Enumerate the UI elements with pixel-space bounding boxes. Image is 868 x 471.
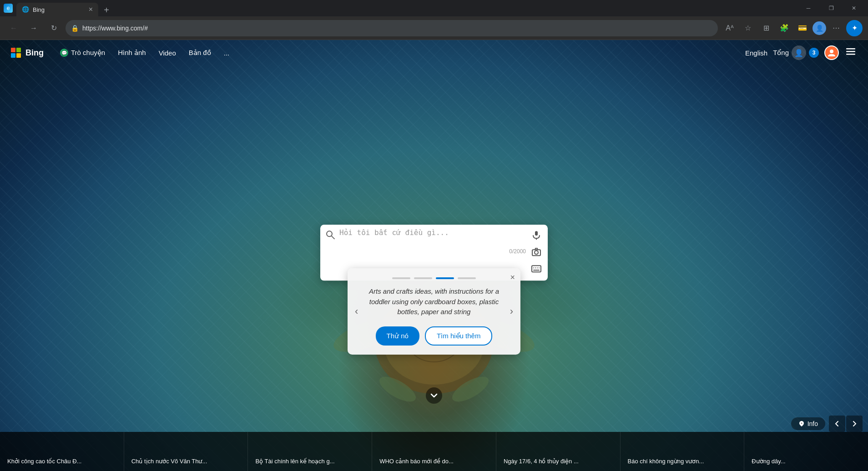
browser-icon: e xyxy=(4,4,13,13)
bing-header: Bing 💬 Trò chuyện Hình ảnh Video Bản đồ … xyxy=(0,40,868,65)
prompt-dots xyxy=(358,277,510,279)
tab-title: Bing xyxy=(33,6,85,13)
read-aloud-button[interactable]: Aᴬ xyxy=(722,20,738,36)
prompt-card-buttons: Thử nó Tìm hiểu thêm xyxy=(358,326,510,346)
news-strip: Khởi công cao tốc Châu Đ... Chủ tịch nướ… xyxy=(0,432,868,471)
score-badge: 3 xyxy=(809,48,819,58)
svg-rect-15 xyxy=(535,231,538,236)
extensions-button[interactable]: 🧩 xyxy=(776,20,792,36)
close-button[interactable]: ✕ xyxy=(843,0,864,16)
try-button[interactable]: Thử nó xyxy=(376,326,419,346)
profile-avatar[interactable]: 👤 xyxy=(812,21,826,35)
search-actions xyxy=(530,229,542,277)
address-input-wrap[interactable]: 🔒 xyxy=(66,20,718,36)
svg-rect-19 xyxy=(532,266,541,272)
page-content: Bing 💬 Trò chuyện Hình ảnh Video Bản đồ … xyxy=(0,40,868,471)
news-text-6: Báo chí không ngừng vươn... xyxy=(628,457,704,466)
rewards-button[interactable]: Tổng 👤 3 xyxy=(773,45,819,60)
microphone-icon xyxy=(531,230,541,240)
minimize-button[interactable]: ─ xyxy=(798,0,819,16)
char-count: 0/2000 xyxy=(339,248,526,255)
prompt-card: × ‹ › Arts and crafts ideas, with instru… xyxy=(348,268,520,355)
news-item-7[interactable]: Đường dây... xyxy=(744,432,868,471)
nav-arrows xyxy=(829,416,863,432)
news-item-1[interactable]: Khởi công cao tốc Châu Đ... xyxy=(0,432,124,471)
tab-strip: 🌐 Bing × + xyxy=(16,0,794,16)
news-text-5: Ngày 17/6, 4 hồ thủy điện ... xyxy=(504,457,579,466)
nav-more[interactable]: ... xyxy=(218,46,235,60)
news-text-7: Đường dây... xyxy=(752,457,785,466)
svg-rect-11 xyxy=(846,51,855,52)
bing-profile-button[interactable] xyxy=(824,45,839,60)
nav-more-label: ... xyxy=(224,49,230,57)
lock-icon: 🔒 xyxy=(71,25,79,32)
tab-close-button[interactable]: × xyxy=(89,5,93,14)
address-input[interactable] xyxy=(82,25,712,32)
chevron-right-icon xyxy=(852,421,857,426)
keyboard-button[interactable] xyxy=(530,263,542,277)
bottom-bar: Info xyxy=(791,416,863,432)
voice-search-button[interactable] xyxy=(530,229,542,243)
refresh-button[interactable]: ↻ xyxy=(45,20,62,36)
learn-more-button[interactable]: Tìm hiểu thêm xyxy=(425,326,493,346)
next-background-button[interactable] xyxy=(846,416,863,432)
menu-icon xyxy=(846,47,855,56)
collections-button[interactable]: ⊞ xyxy=(758,20,774,36)
news-item-4[interactable]: WHO cảnh báo mới đề do... xyxy=(372,432,496,471)
browser-wallet-button[interactable]: 💳 xyxy=(794,20,811,36)
bing-header-right: English Tổng 👤 3 xyxy=(745,45,857,60)
scroll-down-button[interactable] xyxy=(426,387,442,404)
search-input[interactable] xyxy=(339,228,526,246)
info-button[interactable]: Info xyxy=(791,417,825,430)
user-icon: 👤 xyxy=(792,45,806,60)
prompt-dot-1 xyxy=(392,277,410,279)
news-item-5[interactable]: Ngày 17/6, 4 hồ thủy điện ... xyxy=(496,432,621,471)
rewards-label: Tổng xyxy=(773,49,789,57)
chevron-down-icon xyxy=(430,392,438,399)
restore-button[interactable]: ❐ xyxy=(821,0,842,16)
svg-point-25 xyxy=(801,423,802,424)
bing-logo[interactable]: Bing xyxy=(11,48,44,58)
nav-maps[interactable]: Bản đồ xyxy=(183,46,217,60)
svg-point-13 xyxy=(327,231,332,236)
nav-video[interactable]: Video xyxy=(153,46,182,60)
chat-icon: 💬 xyxy=(60,49,68,57)
news-text-2: Chủ tịch nước Võ Văn Thư... xyxy=(131,457,207,466)
news-item-6[interactable]: Báo chí không ngừng vươn... xyxy=(621,432,745,471)
svg-point-9 xyxy=(830,50,833,53)
camera-icon xyxy=(531,247,541,257)
prompt-next-button[interactable]: › xyxy=(506,304,517,319)
profile-icon xyxy=(828,49,836,57)
info-label: Info xyxy=(807,420,818,427)
title-bar: e 🌐 Bing × + ─ ❐ ✕ xyxy=(0,0,868,16)
new-tab-button[interactable]: + xyxy=(100,4,113,16)
window-controls: ─ ❐ ✕ xyxy=(798,0,864,16)
svg-line-14 xyxy=(332,236,334,239)
forward-button[interactable]: → xyxy=(25,20,42,36)
prev-background-button[interactable] xyxy=(829,416,845,432)
back-button[interactable]: ← xyxy=(5,20,22,36)
nav-chat-label: Trò chuyện xyxy=(71,49,105,57)
copilot-button[interactable]: ✦ xyxy=(846,20,863,36)
language-selector[interactable]: English xyxy=(745,49,767,57)
bing-nav: 💬 Trò chuyện Hình ảnh Video Bản đồ ... xyxy=(55,46,745,60)
active-tab[interactable]: 🌐 Bing × xyxy=(16,3,98,16)
toolbar-actions: Aᴬ ☆ ⊞ 🧩 💳 👤 ⋯ ✦ xyxy=(722,20,863,36)
nav-chat[interactable]: 💬 Trò chuyện xyxy=(55,46,111,60)
favorites-button[interactable]: ☆ xyxy=(740,20,756,36)
svg-rect-10 xyxy=(846,48,855,50)
prompt-prev-button[interactable]: ‹ xyxy=(351,304,362,319)
prompt-dot-4 xyxy=(458,277,476,279)
news-item-2[interactable]: Chủ tịch nước Võ Văn Thư... xyxy=(124,432,248,471)
tab-favicon: 🌐 xyxy=(22,6,29,13)
nav-images[interactable]: Hình ảnh xyxy=(112,46,151,60)
news-item-3[interactable]: Bộ Tài chính lên kế hoạch g... xyxy=(248,432,372,471)
browser-frame: e 🌐 Bing × + ─ ❐ ✕ ← → ↻ 🔒 Aᴬ ☆ ⊞ 🧩 xyxy=(0,0,868,471)
visual-search-button[interactable] xyxy=(530,246,542,260)
address-bar: ← → ↻ 🔒 Aᴬ ☆ ⊞ 🧩 💳 👤 ⋯ ✦ xyxy=(0,16,868,40)
news-text-1: Khởi công cao tốc Châu Đ... xyxy=(7,457,81,466)
prompt-card-close-button[interactable]: × xyxy=(510,273,515,282)
hamburger-menu-button[interactable] xyxy=(844,45,857,60)
browser-more-button[interactable]: ⋯ xyxy=(828,20,844,36)
chevron-left-icon xyxy=(834,421,840,426)
